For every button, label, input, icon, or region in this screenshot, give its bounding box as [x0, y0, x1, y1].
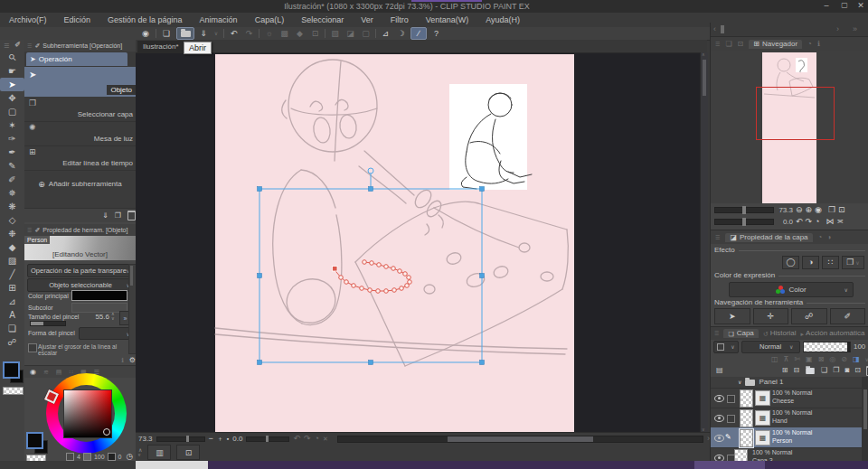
main-color-value[interactable] [71, 290, 127, 301]
layer-panel-menu-icon[interactable]: ☰ [714, 331, 719, 336]
settings-wrench-icon[interactable]: ⚙ [129, 357, 136, 364]
delete-subtool-icon[interactable] [127, 211, 136, 220]
toolnav-points-button[interactable]: ☍ [791, 308, 827, 324]
nav-reset-rotate-icon[interactable]: ◔ [815, 218, 819, 226]
subview-tab-icon[interactable]: ◔ [807, 41, 812, 48]
import-subtool-icon[interactable]: ⇓ [102, 212, 108, 220]
tool-eyedropper[interactable]: ✑ [0, 132, 24, 145]
tool-line-correct[interactable]: ☍ [0, 335, 24, 349]
tool-fill[interactable]: ◆ [0, 240, 24, 254]
tool-selection[interactable]: ▢ [0, 105, 24, 118]
handle-n[interactable] [369, 187, 373, 192]
tool-decoration[interactable]: ❋ [0, 200, 24, 213]
toolnav-object-button[interactable]: ➤ [714, 308, 750, 324]
taskbar-active-app[interactable] [694, 461, 765, 469]
reference-layer-icon[interactable]: ⊼ [784, 356, 789, 363]
item-bank-tab-icon[interactable]: ❏ [725, 41, 731, 48]
navigator-rotate-slider[interactable] [714, 219, 774, 225]
blend-mode-dropdown[interactable]: Normal ∨ [741, 341, 800, 353]
menu-ver[interactable]: Ver [361, 16, 373, 24]
color-mixing-tab-icon[interactable]: ∷ [69, 369, 72, 375]
tool-airbrush[interactable]: ✵ [0, 186, 24, 200]
new-file-icon[interactable]: ❏ [160, 30, 173, 38]
tool-auto-select[interactable]: ✶ [0, 118, 24, 132]
collapse-down-icon[interactable]: » [137, 453, 143, 456]
draft-layer-icon[interactable]: ✄ [794, 356, 800, 363]
snap-ruler-icon[interactable]: ⊿ [380, 30, 392, 38]
rotate-ccw-icon[interactable]: ↶ [293, 435, 300, 443]
rotate-cw-icon[interactable]: ↷ [304, 435, 311, 443]
select-area-icon[interactable]: ▧ [329, 30, 341, 38]
save-dropdown-icon[interactable]: ∨ [212, 31, 220, 36]
zoom-out-icon[interactable]: − [209, 435, 213, 443]
rotate-handle[interactable] [368, 168, 373, 174]
snap-grid-icon[interactable]: ∕ [410, 27, 427, 40]
menu-filtro[interactable]: Filtro [391, 16, 409, 24]
deselect-icon[interactable]: ◪ [344, 30, 356, 38]
crop-icon[interactable]: ⊡ [309, 30, 321, 38]
tool-pencil[interactable]: ✎ [0, 159, 24, 173]
expression-color-dropdown[interactable]: Color ∨ [729, 282, 854, 297]
folder-collapse-icon[interactable]: ∨ [738, 380, 741, 385]
handle-ne[interactable] [480, 187, 485, 192]
layer-row-person[interactable]: ✎ ▦ 100 % Normal Person [711, 427, 862, 448]
maximize-button[interactable]: ▢ [837, 2, 852, 9]
undo-icon[interactable]: ↶ [228, 30, 240, 38]
tab-capa[interactable]: ❏ Capa [723, 329, 758, 338]
tool-figure[interactable]: ╱ [0, 267, 24, 281]
reference-image[interactable] [449, 84, 532, 190]
timeline-button[interactable]: ▥ [147, 445, 171, 460]
apply-mask-icon[interactable]: ⊡ [854, 367, 861, 374]
navigator-zoom-value[interactable]: 73.3 [777, 207, 793, 214]
tool-pen[interactable]: ✒ [0, 145, 24, 159]
nav-actual-size-icon[interactable]: ❐ [828, 206, 835, 214]
add-subtool-button[interactable]: ⊕ Añadir subherramienta [24, 177, 136, 192]
canvas-zoom-slider[interactable] [156, 436, 205, 442]
nav-fit-icon[interactable]: ◉ [815, 206, 822, 214]
nav-zoom-out-icon[interactable]: ⊖ [796, 206, 803, 214]
color-slider-tab-icon[interactable]: ≋ [43, 369, 49, 375]
onion-skin-button[interactable]: ⊡ [176, 445, 200, 460]
new-vector-layer-icon[interactable]: ⊟ [793, 367, 799, 374]
handle-se[interactable] [480, 361, 485, 365]
new-layer-icon[interactable]: ⊞ [782, 367, 788, 374]
color-set-tab-icon[interactable]: ▤ [56, 369, 62, 375]
tool-zoom[interactable]: ⚲ [0, 51, 24, 64]
information-tab-icon[interactable]: ℹ [817, 41, 820, 48]
info-icon[interactable]: ℹ [121, 357, 124, 363]
layer-name[interactable]: Person [772, 437, 812, 446]
stroke-tab-icon[interactable]: ◔ [818, 234, 823, 241]
layer-list-view-icon[interactable]: ▤ [716, 367, 723, 374]
tone-effect-icon[interactable]: ◑ [802, 256, 819, 269]
menu-ventana[interactable]: Ventana(W) [426, 16, 469, 24]
nav-flip-h-icon[interactable]: ⋈ [826, 218, 835, 226]
nav-rotate-ccw-icon[interactable]: ↶ [796, 218, 803, 226]
tool-frame-border[interactable]: ⊞ [0, 281, 24, 295]
spinner-down-icon[interactable]: ∨ [111, 316, 115, 321]
layer-checkbox[interactable] [727, 415, 735, 423]
tonal-correction-icon[interactable]: ☼ [263, 30, 275, 38]
handle-sw[interactable] [258, 361, 262, 365]
menu-capa[interactable]: Capa(L) [255, 16, 285, 24]
border-effect-icon[interactable]: ◯ [782, 256, 799, 269]
transparent-color-swatch[interactable] [3, 387, 24, 395]
minimize-button[interactable]: – [819, 2, 834, 10]
navigator-view-rect[interactable] [756, 87, 835, 140]
lock-transparent-icon[interactable]: ⊠ [818, 356, 825, 363]
combine-layer-icon[interactable]: ❐ [833, 367, 839, 374]
nav-print-size-icon[interactable]: ⊡ [838, 206, 845, 214]
handle-e[interactable] [480, 274, 485, 278]
layer-color-effect-icon[interactable]: ❐∨ [842, 256, 864, 269]
navigator-rotation-value[interactable]: 0.0 [777, 219, 793, 226]
brush-size-slider[interactable] [30, 321, 66, 326]
quick-access-tab-icon[interactable]: ⊡ [738, 41, 744, 48]
opacity-slider[interactable] [803, 342, 851, 352]
transfer-layer-icon[interactable]: ❏ [821, 367, 827, 374]
menu-seleccionar[interactable]: Seleccionar [301, 16, 344, 24]
subtool-menu-icon[interactable]: ☰ [27, 43, 32, 49]
canvas-hscrollbar[interactable] [337, 436, 703, 443]
layer-list-scrollbar[interactable]: ∨ [862, 377, 868, 469]
taskbar-app-button[interactable] [136, 461, 208, 469]
clip-studio-icon[interactable]: ◉ [139, 30, 152, 38]
layer-thumbnail[interactable] [740, 389, 753, 408]
